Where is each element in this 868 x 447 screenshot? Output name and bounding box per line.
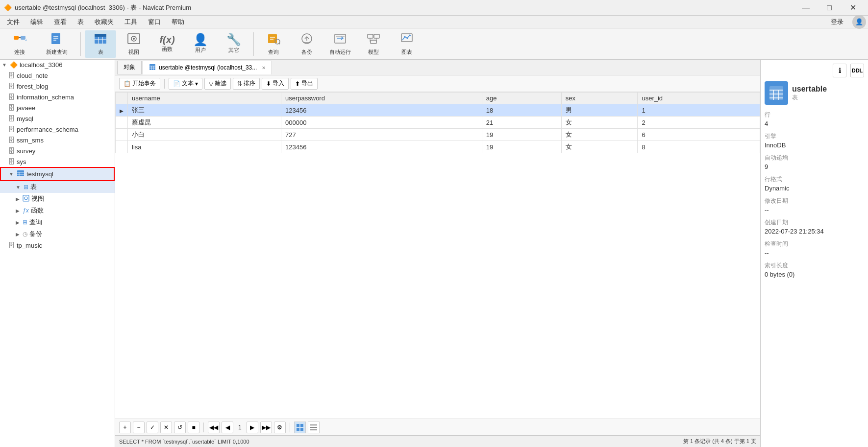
cell-sex[interactable]: 女 <box>561 129 638 141</box>
remove-row-button[interactable]: − <box>133 422 145 433</box>
last-page-button[interactable]: ▶▶ <box>260 422 272 433</box>
sidebar-query-item[interactable]: ▶ ⊞ 查询 <box>0 216 115 228</box>
minimize-button[interactable]: — <box>794 0 817 16</box>
connect-button[interactable]: + 连接 <box>4 30 35 58</box>
sidebar-table-item[interactable]: ▼ ⊞ 表 <box>0 181 115 193</box>
first-page-button[interactable]: ◀◀ <box>208 422 220 433</box>
cell-age[interactable]: 21 <box>482 117 561 129</box>
cell-age[interactable]: 18 <box>482 104 561 117</box>
filter-button[interactable]: ▽ 筛选 <box>204 78 231 90</box>
db-survey[interactable]: 🗄 survey <box>0 145 115 156</box>
cell-userpassword[interactable]: 123456 <box>281 141 482 153</box>
stop-button[interactable]: ■ <box>188 422 199 433</box>
chart-button[interactable]: 图表 <box>391 30 422 58</box>
list-view-button[interactable] <box>308 422 320 433</box>
other-button[interactable]: 🔧 其它 <box>218 30 249 58</box>
import-button[interactable]: ⬇ 导入 <box>262 78 289 90</box>
tab-table[interactable]: usertable @testmysql (localhost_33... ✕ <box>143 61 272 74</box>
ddl-panel-button[interactable]: DDL <box>850 64 864 77</box>
cell-username[interactable]: 蔡虚昆 <box>128 117 281 129</box>
function-button[interactable]: f(x) 函数 <box>151 30 183 58</box>
db-sys[interactable]: 🗄 sys <box>0 156 115 167</box>
svg-rect-50 <box>300 428 303 431</box>
query-button[interactable]: 查询 <box>258 30 289 58</box>
table-row[interactable]: lisa 123456 19 女 8 <box>116 141 760 153</box>
indexlength-value: 0 bytes (0) <box>765 271 864 278</box>
sidebar-backup-item[interactable]: ▶ ◷ 备份 <box>0 228 115 240</box>
text-button[interactable]: 📄 文本 ▾ <box>169 78 202 90</box>
menu-file[interactable]: 文件 <box>2 17 25 27</box>
cell-sex[interactable]: 女 <box>561 141 638 153</box>
svg-rect-48 <box>300 424 303 427</box>
cell-userpassword[interactable]: 000000 <box>281 117 482 129</box>
db-forest_blog[interactable]: 🗄 forest_blog <box>0 81 115 92</box>
menu-favorites[interactable]: 收藏夹 <box>90 17 119 27</box>
export-button[interactable]: ⬆ 导出 <box>291 78 318 90</box>
info-panel-button[interactable]: ℹ <box>833 64 846 77</box>
tab-bar: 对象 usertable @testmysql (localhost_33...… <box>115 60 760 75</box>
refresh-button[interactable]: ↺ <box>174 422 186 433</box>
tab-objects[interactable]: 对象 <box>117 61 142 74</box>
cell-username[interactable]: lisa <box>128 141 281 153</box>
cell-userpassword[interactable]: 123456 <box>281 104 482 117</box>
view-button[interactable]: 视图 <box>118 30 149 58</box>
user-button[interactable]: 👤 用户 <box>185 30 216 58</box>
cell-sex[interactable]: 女 <box>561 117 638 129</box>
table-button[interactable]: 表 <box>85 30 116 58</box>
backup-button[interactable]: 备份 <box>291 30 322 58</box>
db-ssm_sms[interactable]: 🗄 ssm_sms <box>0 135 115 145</box>
table-row[interactable]: 小白 727 19 女 6 <box>116 129 760 141</box>
db-mysql[interactable]: 🗄 mysql <box>0 113 115 124</box>
col-userpassword-header[interactable]: userpassword <box>281 93 482 104</box>
cancel-row-button[interactable]: ✕ <box>160 422 172 433</box>
new-query-button[interactable]: 新建查询 <box>37 30 76 58</box>
begin-trans-button[interactable]: 📋 开始事务 <box>119 78 160 90</box>
cell-userid[interactable]: 8 <box>638 141 760 153</box>
next-page-button[interactable]: ▶ <box>247 422 258 433</box>
grid-view-button[interactable] <box>294 422 306 433</box>
sidebar-function-item[interactable]: ▶ ƒx 函数 <box>0 205 115 216</box>
cell-username[interactable]: 张三 <box>128 104 281 117</box>
menu-table[interactable]: 表 <box>73 17 89 27</box>
sort-button[interactable]: ⇅ 排序 <box>233 78 260 90</box>
col-userid-header[interactable]: user_id <box>638 93 760 104</box>
db-performance_schema[interactable]: 🗄 performance_schema <box>0 124 115 135</box>
db-cloud_note[interactable]: 🗄 cloud_note <box>0 70 115 81</box>
col-age-header[interactable]: age <box>482 93 561 104</box>
sidebar-root[interactable]: ▼ 🔶 localhost_3306 <box>0 60 115 70</box>
cell-userid[interactable]: 2 <box>638 117 760 129</box>
confirm-button[interactable]: ✓ <box>147 422 158 433</box>
autorun-button[interactable]: 自动运行 <box>324 30 356 58</box>
col-username-header[interactable]: username <box>128 93 281 104</box>
table-row[interactable]: ▶ 张三 123456 18 男 1 <box>116 104 760 117</box>
sidebar-view-item[interactable]: ▶ 视图 <box>0 193 115 205</box>
cell-age[interactable]: 19 <box>482 141 561 153</box>
cell-username[interactable]: 小白 <box>128 129 281 141</box>
col-sex-header[interactable]: sex <box>561 93 638 104</box>
menu-view[interactable]: 查看 <box>49 17 72 27</box>
settings-button[interactable]: ⚙ <box>274 422 286 433</box>
model-button[interactable]: 模型 <box>358 30 389 58</box>
table-row[interactable]: 蔡虚昆 000000 21 女 2 <box>116 117 760 129</box>
menu-help[interactable]: 帮助 <box>167 17 189 27</box>
cell-userid[interactable]: 6 <box>638 129 760 141</box>
cell-userid[interactable]: 1 <box>638 104 760 117</box>
add-row-button[interactable]: + <box>119 422 131 433</box>
cell-age[interactable]: 19 <box>482 129 561 141</box>
maximize-button[interactable]: □ <box>818 0 841 16</box>
tab-close-icon[interactable]: ✕ <box>262 65 266 71</box>
menu-tools[interactable]: 工具 <box>120 17 142 27</box>
cell-sex[interactable]: 男 <box>561 104 638 117</box>
menu-window[interactable]: 窗口 <box>143 17 166 27</box>
login-button[interactable]: 登录 <box>826 17 848 27</box>
db-testmysql[interactable]: ▼ testmysql <box>0 167 115 181</box>
menu-edit[interactable]: 编辑 <box>25 17 48 27</box>
db-tp_music[interactable]: 🗄 tp_music <box>0 240 115 251</box>
prev-page-button[interactable]: ◀ <box>222 422 233 433</box>
autoincr-value: 9 <box>765 163 864 170</box>
cell-userpassword[interactable]: 727 <box>281 129 482 141</box>
db-information_schema[interactable]: 🗄 information_schema <box>0 92 115 102</box>
begin-trans-icon: 📋 <box>124 80 131 87</box>
close-button[interactable]: ✕ <box>842 0 864 16</box>
db-javaee[interactable]: 🗄 javaee <box>0 102 115 113</box>
